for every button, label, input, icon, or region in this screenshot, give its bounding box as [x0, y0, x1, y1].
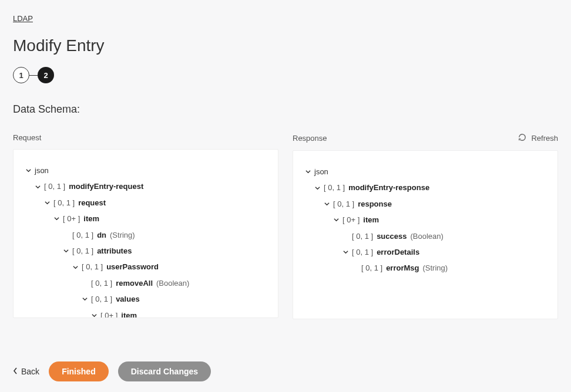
finished-button[interactable]: Finished	[49, 361, 109, 381]
tree-node-card: [ 0, 1 ]	[324, 181, 345, 194]
chevron-left-icon	[13, 367, 18, 376]
tree-node-name: errorDetails	[377, 245, 419, 259]
tree-node-card: [ 0, 1 ]	[72, 244, 93, 258]
step-indicator: 1 2	[13, 67, 558, 83]
chevron-down-icon[interactable]	[324, 201, 330, 207]
request-panel: json [ 0, 1 ] modifyEntry-request	[13, 149, 278, 318]
tree-node-card: [ 0, 1 ]	[91, 292, 112, 306]
chevron-down-icon[interactable]	[25, 168, 31, 174]
step-2[interactable]: 2	[38, 67, 54, 83]
tree-node-card: [ 0, 1 ]	[91, 276, 112, 290]
chevron-down-icon[interactable]	[53, 216, 59, 222]
response-label: Response	[293, 134, 327, 143]
section-title: Data Schema:	[13, 103, 558, 116]
tree-node-card: [ 0+ ]	[100, 309, 117, 318]
tree-node-name: attributes	[97, 244, 132, 258]
tree-node-name: request	[78, 196, 106, 209]
tree-node-card: [ 0, 1 ]	[352, 229, 373, 243]
tree-node-name: modifyEntry-response	[348, 181, 429, 194]
chevron-down-icon[interactable]	[305, 169, 311, 175]
tree-node-name: success	[377, 229, 407, 243]
tree-node-card: [ 0, 1 ]	[72, 228, 93, 242]
tree-node-type: (String)	[110, 228, 135, 242]
tree-node-card: [ 0, 1 ]	[333, 197, 354, 211]
tree-node-card: [ 0, 1 ]	[352, 245, 373, 259]
breadcrumb-ldap[interactable]: LDAP	[13, 14, 33, 23]
tree-node-name: modifyEntry-request	[69, 180, 143, 193]
tree-node-card: [ 0, 1 ]	[82, 260, 103, 273]
refresh-icon	[518, 133, 526, 143]
tree-node-name: errorMsg	[386, 261, 419, 275]
chevron-down-icon[interactable]	[82, 296, 88, 302]
tree-node-name: dn	[97, 228, 106, 242]
page-title: Modify Entry	[13, 36, 558, 55]
chevron-down-icon[interactable]	[333, 217, 339, 223]
tree-node-card: [ 0, 1 ]	[361, 261, 382, 275]
chevron-down-icon[interactable]	[63, 248, 69, 254]
chevron-down-icon[interactable]	[314, 185, 320, 191]
chevron-down-icon[interactable]	[342, 249, 348, 255]
tree-node-card: [ 0+ ]	[63, 212, 80, 225]
response-panel: json [ 0, 1 ] modifyEntry-response	[293, 150, 558, 319]
chevron-down-icon[interactable]	[72, 264, 78, 270]
tree-node-name: item	[121, 309, 137, 318]
refresh-label: Refresh	[531, 134, 558, 143]
request-label: Request	[13, 133, 278, 142]
refresh-button[interactable]: Refresh	[518, 133, 558, 143]
tree-node-type: (Boolean)	[410, 229, 443, 243]
tree-node-name: removeAll	[116, 276, 153, 290]
tree-node-type: (Boolean)	[156, 276, 189, 290]
back-label: Back	[21, 367, 39, 376]
tree-node-card: [ 0+ ]	[342, 213, 360, 227]
tree-node-root: json	[314, 165, 328, 178]
tree-node-type: (String)	[423, 261, 448, 275]
chevron-down-icon[interactable]	[44, 200, 50, 205]
step-1[interactable]: 1	[13, 67, 29, 83]
tree-node-card: [ 0, 1 ]	[53, 196, 75, 209]
tree-node-name: userPassword	[106, 260, 159, 273]
tree-node-name: item	[83, 212, 99, 225]
discard-button[interactable]: Discard Changes	[118, 361, 211, 381]
tree-node-name: item	[363, 213, 379, 227]
step-connector	[29, 75, 38, 76]
tree-node-root: json	[35, 164, 49, 177]
chevron-down-icon[interactable]	[91, 312, 97, 318]
tree-node-card: [ 0, 1 ]	[44, 180, 65, 193]
tree-node-name: response	[358, 197, 392, 211]
tree-node-name: values	[116, 292, 139, 306]
chevron-down-icon[interactable]	[35, 184, 41, 190]
back-button[interactable]: Back	[13, 367, 39, 376]
